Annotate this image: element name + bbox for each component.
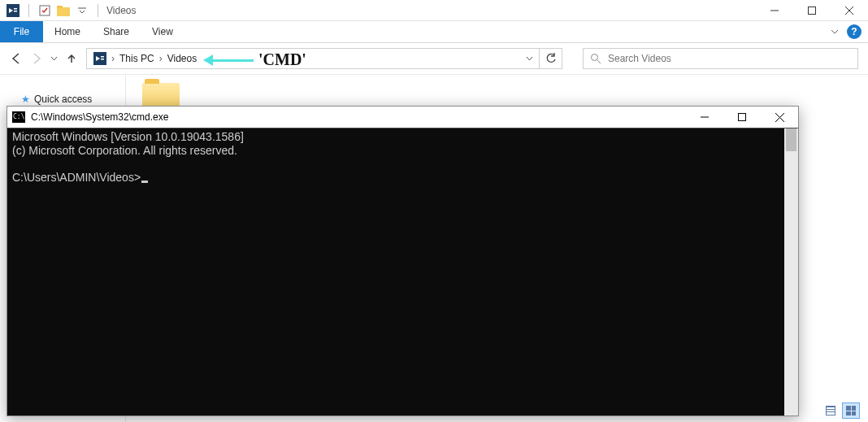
separator: [28, 4, 29, 17]
ribbon-tabs: File Home Share View ?: [0, 21, 868, 43]
ribbon-expand-icon[interactable]: [831, 28, 839, 36]
cmd-line: (c) Microsoft Corporation. All rights re…: [12, 144, 237, 157]
annotation: 'CMD': [203, 50, 306, 69]
cmd-titlebar[interactable]: C:\Windows\System32\cmd.exe: [7, 107, 798, 128]
cmd-prompt: C:\Users\ADMIN\Videos>: [12, 171, 141, 184]
refresh-button[interactable]: [540, 48, 562, 69]
star-icon: ★: [21, 94, 30, 105]
cmd-title: C:\Windows\System32\cmd.exe: [31, 111, 168, 123]
arrow-icon: [203, 56, 254, 64]
back-button[interactable]: [10, 52, 23, 65]
tab-home[interactable]: Home: [43, 21, 92, 42]
cmd-scrollbar[interactable]: [784, 128, 798, 415]
tab-file[interactable]: File: [0, 21, 43, 42]
cmd-icon: [12, 111, 25, 123]
svg-rect-8: [809, 7, 816, 15]
new-folder-icon[interactable]: [57, 4, 70, 17]
svg-point-15: [592, 54, 598, 61]
svg-rect-18: [739, 114, 746, 121]
cmd-close-button[interactable]: [761, 107, 798, 128]
address-dropdown-icon[interactable]: [519, 55, 539, 63]
details-view-button[interactable]: [822, 402, 840, 419]
tab-share[interactable]: Share: [92, 21, 141, 42]
address-icon[interactable]: [90, 49, 110, 68]
svg-rect-5: [57, 7, 70, 16]
explorer-titlebar: Videos: [0, 0, 868, 21]
qat-customize-icon[interactable]: [76, 4, 89, 17]
cmd-minimize-button[interactable]: [686, 107, 723, 128]
window-title: Videos: [106, 5, 136, 16]
search-box[interactable]: [583, 48, 858, 69]
search-input[interactable]: [608, 53, 851, 64]
recent-locations-button[interactable]: [50, 55, 58, 63]
thumbnails-view-button[interactable]: [842, 402, 860, 419]
properties-icon[interactable]: [38, 4, 51, 17]
cursor: [141, 181, 148, 183]
search-icon: [590, 53, 601, 64]
separator: [98, 4, 98, 17]
scrollbar-thumb[interactable]: [786, 128, 796, 151]
quick-access-toolbar: [7, 4, 102, 17]
cmd-maximize-button[interactable]: [723, 107, 761, 128]
chevron-right-icon[interactable]: ›: [110, 53, 116, 64]
maximize-button[interactable]: [793, 0, 831, 21]
up-button[interactable]: [65, 52, 78, 65]
tab-view[interactable]: View: [141, 21, 184, 42]
close-button[interactable]: [831, 0, 868, 21]
forward-button: [30, 52, 43, 65]
annotation-label: 'CMD': [258, 50, 306, 69]
status-bar-view-switch: [822, 402, 860, 419]
minimize-button[interactable]: [756, 0, 793, 21]
address-bar[interactable]: › This PC › Videos: [86, 48, 540, 69]
cmd-window: C:\Windows\System32\cmd.exe Microsoft Wi…: [7, 106, 799, 416]
navigation-row: › This PC › Videos: [0, 43, 868, 75]
svg-rect-3: [14, 11, 17, 12]
cmd-console[interactable]: Microsoft Windows [Version 10.0.19043.15…: [7, 128, 798, 415]
chevron-right-icon[interactable]: ›: [158, 53, 164, 64]
tree-label: Quick access: [34, 94, 92, 105]
svg-line-16: [597, 60, 601, 63]
cmd-line: Microsoft Windows [Version 10.0.19043.15…: [12, 130, 244, 143]
breadcrumb-this-pc[interactable]: This PC: [116, 49, 158, 68]
breadcrumb-videos[interactable]: Videos: [164, 49, 200, 68]
app-icon: [7, 4, 20, 17]
tree-quick-access[interactable]: ★ Quick access: [0, 91, 125, 107]
help-button[interactable]: ?: [847, 24, 861, 39]
svg-rect-6: [57, 6, 63, 8]
svg-rect-14: [101, 59, 104, 60]
svg-rect-13: [101, 56, 104, 58]
svg-rect-2: [14, 8, 17, 10]
